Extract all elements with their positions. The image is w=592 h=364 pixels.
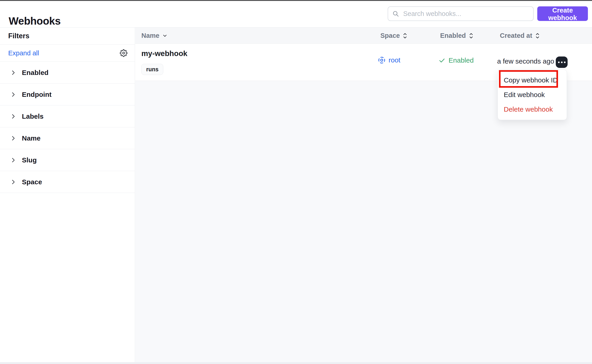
column-label: Enabled [440, 32, 466, 39]
filter-section-label: Labels [22, 112, 44, 120]
filter-section-label: Slug [22, 156, 37, 164]
column-header-enabled[interactable]: Enabled [440, 27, 474, 44]
filter-section-enabled[interactable]: Enabled [0, 62, 135, 84]
filters-toolbar: Expand all [0, 45, 135, 62]
menu-item-delete-webhook[interactable]: Delete webhook [498, 102, 567, 117]
sort-updown-icon [402, 32, 407, 39]
expand-all-link[interactable]: Expand all [8, 49, 39, 57]
column-label: Name [141, 32, 160, 39]
filter-section-label: Space [22, 178, 42, 186]
column-header-space[interactable]: Space [380, 27, 407, 44]
search-box[interactable] [388, 6, 534, 21]
filter-settings-button[interactable] [120, 49, 127, 57]
sort-updown-icon [535, 32, 540, 39]
search-icon [392, 10, 399, 17]
column-header-created-at[interactable]: Created at [500, 27, 540, 44]
space-name: root [389, 56, 400, 64]
webhooks-table: Name Space Enabled Created at [135, 27, 592, 364]
page-header: Webhooks Create webhook [0, 1, 592, 27]
enabled-status-label: Enabled [449, 57, 474, 64]
page-title: Webhooks [9, 15, 61, 27]
chevron-right-icon [10, 179, 16, 185]
sort-updown-icon [469, 32, 474, 39]
space-link[interactable]: root [378, 56, 400, 64]
filter-section-label: Endpoint [22, 91, 52, 98]
filter-section-space[interactable]: Space [0, 171, 135, 193]
chevron-right-icon [10, 135, 16, 142]
chevron-right-icon [10, 91, 16, 98]
filter-section-label: Name [22, 134, 40, 142]
filter-section-slug[interactable]: Slug [0, 149, 135, 171]
filters-title: Filters [8, 32, 29, 40]
filters-sidebar: Filters Expand all Enabled [0, 27, 135, 362]
column-label: Created at [500, 32, 532, 39]
menu-item-copy-webhook-id[interactable]: Copy webhook ID [498, 73, 567, 87]
tag-chip: runs [141, 64, 163, 75]
gear-icon [120, 49, 127, 57]
space-scope-icon [378, 56, 386, 64]
filters-header: Filters [0, 27, 135, 45]
enabled-status: Enabled [439, 57, 474, 64]
create-webhook-button[interactable]: Create webhook [537, 6, 588, 21]
check-icon [439, 57, 445, 64]
chevron-down-icon [162, 33, 168, 39]
table-header-row: Name Space Enabled Created at [135, 27, 592, 44]
window-bottom-edge [0, 362, 592, 364]
kebab-dot [564, 61, 565, 63]
column-header-name[interactable]: Name [141, 27, 168, 44]
chevron-right-icon [10, 70, 16, 76]
webhook-name-link[interactable]: my-webhook [141, 49, 187, 58]
webhooks-page: Webhooks Create webhook Filters Expand a… [0, 0, 592, 364]
kebab-dot [558, 61, 560, 63]
menu-item-edit-webhook[interactable]: Edit webhook [498, 87, 567, 102]
chevron-right-icon [10, 157, 16, 163]
filter-section-label: Enabled [22, 69, 49, 77]
row-actions-menu: Copy webhook ID Edit webhook Delete webh… [498, 70, 567, 120]
filter-section-endpoint[interactable]: Endpoint [0, 84, 135, 105]
created-at-value: a few seconds ago [497, 57, 554, 65]
kebab-dot [561, 61, 563, 63]
search-input[interactable] [403, 10, 529, 18]
filter-section-labels[interactable]: Labels [0, 105, 135, 127]
chevron-right-icon [10, 113, 16, 120]
column-label: Space [380, 32, 400, 39]
row-actions-button[interactable] [556, 57, 568, 68]
filter-section-name[interactable]: Name [0, 127, 135, 149]
